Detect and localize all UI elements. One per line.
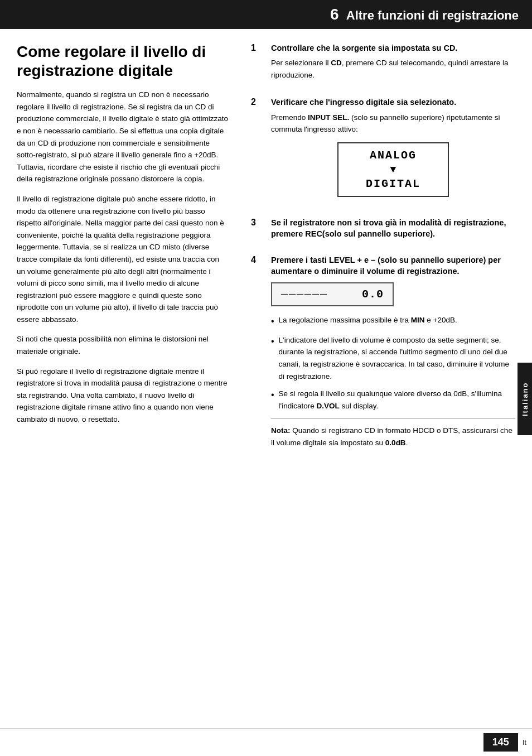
- main-content: Come regolare il livello di registrazion…: [0, 29, 532, 752]
- bullet-list: La regolazione massima possibile è tra M…: [271, 314, 515, 412]
- step-4: 4 Premere i tasti LEVEL + e – (solo su p…: [251, 254, 515, 454]
- step-4-number: 4: [251, 254, 267, 265]
- right-divider: [271, 418, 515, 419]
- page-number: 145: [483, 733, 518, 752]
- step-3: 3 Se il registratore non si trova già in…: [251, 217, 515, 243]
- step-1-body: Per selezionare il CD, premere CD sul te…: [271, 57, 515, 81]
- right-column: 1 Controllare che la sorgente sia impost…: [240, 29, 532, 752]
- step-3-content: Se il registratore non si trova già in m…: [271, 217, 515, 243]
- level-value: 0.0: [362, 288, 384, 301]
- bullet-3: Se si regola il livello su qualunque val…: [271, 388, 515, 412]
- step-1-content: Controllare che la sorgente sia impostat…: [271, 42, 515, 85]
- language-tab: Italiano: [518, 363, 532, 435]
- chapter-number: 6: [330, 6, 339, 23]
- step-1-number: 1: [251, 42, 267, 53]
- footer-lang: It: [523, 738, 526, 747]
- input-digital-label: DIGITAL: [338, 177, 448, 190]
- left-para-1: Normalmente, quando si registra un CD no…: [17, 89, 229, 185]
- level-dashes: ——————: [281, 288, 328, 301]
- left-column: Come regolare il livello di registrazion…: [0, 29, 240, 752]
- step-2-heading: Verificare che l'ingresso digitale sia s…: [271, 97, 515, 108]
- step-2: 2 Verificare che l'ingresso digitale sia…: [251, 97, 515, 205]
- level-display: —————— 0.0: [271, 282, 394, 306]
- step-1: 1 Controllare che la sorgente sia impost…: [251, 42, 515, 85]
- step-2-number: 2: [251, 97, 267, 107]
- bullet-2: L'indicatore del livello di volume è com…: [271, 334, 515, 382]
- step-3-number: 3: [251, 217, 267, 228]
- note: Nota: Quando si registrano CD in formato…: [271, 425, 515, 449]
- step-2-body: Premendo INPUT SEL. (solo su pannello su…: [271, 112, 515, 136]
- input-analog-label: ANALOG: [338, 149, 448, 162]
- input-mode-display: ANALOG ▼ DIGITAL: [337, 142, 449, 197]
- step-2-content: Verificare che l'ingresso digitale sia s…: [271, 97, 515, 205]
- step-4-content: Premere i tasti LEVEL + e – (solo su pan…: [271, 254, 515, 454]
- step-3-heading: Se il registratore non si trova già in m…: [271, 217, 515, 240]
- step-1-heading: Controllare che la sorgente sia impostat…: [271, 42, 515, 54]
- step-4-heading: Premere i tasti LEVEL + e – (solo su pan…: [271, 254, 515, 277]
- language-tab-label: Italiano: [521, 382, 529, 416]
- section-heading: Come regolare il livello di registrazion…: [17, 42, 229, 80]
- bullet-1: La regolazione massima possibile è tra M…: [271, 314, 515, 329]
- page-footer: 145 It: [0, 728, 532, 756]
- chapter-header: 6 Altre funzioni di registrazione: [0, 0, 532, 29]
- input-arrow-icon: ▼: [338, 164, 448, 175]
- left-para-3: Si noti che questa possibilità non elimi…: [17, 333, 229, 357]
- chapter-title: Altre funzioni di registrazione: [346, 8, 519, 22]
- left-para-4: Si può regolare il livello di registrazi…: [17, 365, 229, 426]
- left-para-2: Il livello di registrazione digitale può…: [17, 193, 229, 326]
